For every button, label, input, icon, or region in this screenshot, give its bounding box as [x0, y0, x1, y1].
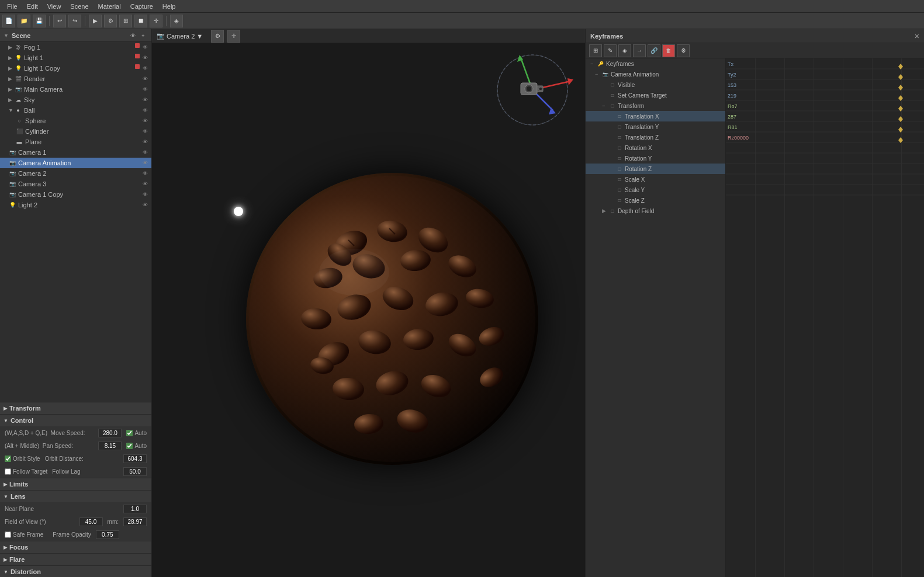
eye-icon[interactable]: 👁	[141, 138, 149, 146]
toolbar-btn-transform[interactable]: ✛	[150, 15, 162, 27]
scene-item-camera1[interactable]: 📷 Camera 1 👁	[0, 147, 151, 158]
scene-item-light2[interactable]: 💡 Light 2 👁	[0, 200, 151, 210]
kf-translationy[interactable]: □ Translation Y	[586, 121, 725, 132]
scene-header-add[interactable]: +	[139, 31, 148, 40]
svg-text:219: 219	[728, 93, 736, 99]
auto-check-pan[interactable]	[126, 443, 133, 449]
kf-scaley[interactable]: □ Scale Y	[586, 185, 725, 195]
eye-icon[interactable]: 👁	[141, 75, 149, 83]
menu-material[interactable]: Material	[94, 2, 126, 11]
toolbar-btn-settings[interactable]: ⚙	[104, 15, 117, 27]
menu-edit[interactable]: Edit	[22, 2, 43, 11]
orbit-distance-input[interactable]	[123, 454, 147, 463]
kf-scalex[interactable]: □ Scale X	[586, 174, 725, 185]
auto-check-move[interactable]	[126, 430, 133, 436]
scene-item-light1[interactable]: ▶ 💡 Light 1 👁	[0, 53, 151, 63]
kf-cameraanimation[interactable]: − 📷 Camera Animation	[586, 69, 725, 79]
scene-item-camera2[interactable]: 📷 Camera 2 👁	[0, 168, 151, 179]
kf-translationx[interactable]: □ Translation X	[586, 111, 725, 121]
eye-icon[interactable]: 👁	[141, 54, 149, 62]
scene-item-ball[interactable]: ▼ ● Ball 👁	[0, 105, 151, 116]
scene-header-eye[interactable]: 👁	[128, 31, 137, 40]
eye-icon[interactable]: 👁	[141, 190, 149, 199]
near-plane-input[interactable]	[123, 505, 147, 513]
scene-item-sphere[interactable]: ○ Sphere 👁	[0, 116, 151, 126]
eye-icon[interactable]: 👁	[141, 159, 149, 167]
mm-input[interactable]	[123, 517, 147, 526]
distortion-header[interactable]: ▼ Distortion	[0, 566, 151, 577]
menu-file[interactable]: File	[2, 2, 22, 11]
eye-icon[interactable]: 👁	[141, 180, 149, 188]
toolbar-btn-render[interactable]: ▶	[89, 15, 102, 27]
eye-icon[interactable]: 👁	[141, 127, 149, 135]
lens-header[interactable]: ▼ Lens	[0, 491, 151, 502]
eye-icon[interactable]: 👁	[141, 148, 149, 157]
scene-item-camera3[interactable]: 📷 Camera 3 👁	[0, 179, 151, 189]
kf-rotationx[interactable]: □ Rotation X	[586, 142, 725, 153]
frame-opacity-input[interactable]	[96, 530, 119, 539]
tl-btn-7[interactable]: ⚙	[677, 44, 690, 57]
scene-item-light1copy[interactable]: ▶ 💡 Light 1 Copy 👁	[0, 63, 151, 74]
move-speed-input[interactable]	[98, 429, 122, 437]
control-header[interactable]: ▼ Control	[0, 415, 151, 426]
menu-scene[interactable]: Scene	[65, 2, 93, 11]
eye-icon[interactable]: 👁	[141, 85, 149, 93]
toolbar-btn-grid[interactable]: ⊞	[119, 15, 132, 27]
timeline-close-btn[interactable]: ×	[915, 32, 919, 41]
menu-capture[interactable]: Capture	[126, 2, 158, 11]
eye-icon[interactable]: 👁	[141, 106, 149, 114]
eye-icon[interactable]: 👁	[141, 43, 149, 51]
kf-rotationy[interactable]: □ Rotation Y	[586, 153, 725, 164]
scene-item-sky[interactable]: ▶ ☁ Sky 👁	[0, 95, 151, 105]
scene-item-cylinder[interactable]: ⬛ Cylinder 👁	[0, 126, 151, 137]
eye-icon[interactable]: 👁	[141, 117, 149, 125]
menu-view[interactable]: View	[43, 2, 66, 11]
orbit-style-check[interactable]	[5, 456, 11, 462]
kf-translationz[interactable]: □ Translation Z	[586, 132, 725, 142]
toolbar-btn-save[interactable]: 💾	[33, 15, 46, 27]
camera-dropdown-arrow[interactable]: ▼	[196, 33, 203, 40]
fov-input[interactable]	[79, 517, 103, 526]
kf-transform[interactable]: − □ Transform	[586, 100, 725, 111]
flare-header[interactable]: ▶ Flare	[0, 554, 151, 565]
scene-item-camera1copy[interactable]: 📷 Camera 1 Copy 👁	[0, 189, 151, 200]
kf-dof[interactable]: ▶ □ Depth of Field	[586, 206, 725, 216]
scene-item-render[interactable]: ▶ 🎬 Render 👁	[0, 74, 151, 84]
eye-icon[interactable]: 👁	[141, 201, 149, 209]
kf-rotationz[interactable]: □ Rotation Z	[586, 164, 725, 174]
camera-viewport[interactable]	[152, 43, 585, 577]
viewport-settings-btn[interactable]: ⚙	[211, 30, 224, 43]
tl-btn-4[interactable]: →	[633, 44, 646, 57]
kf-visible[interactable]: □ Visible	[586, 79, 725, 90]
tl-btn-3[interactable]: ◈	[618, 44, 631, 57]
eye-icon[interactable]: 👁	[141, 64, 149, 72]
follow-target-check[interactable]	[5, 468, 11, 475]
kf-setcameratarget[interactable]: □ Set Camera Target	[586, 90, 725, 100]
scene-item-maincamera[interactable]: ▶ 📷 Main Camera 👁	[0, 84, 151, 95]
pan-speed-input[interactable]	[98, 442, 122, 450]
tl-btn-6[interactable]: 🗑	[662, 44, 675, 57]
toolbar-btn-mat[interactable]: ◈	[170, 15, 183, 27]
toolbar-btn-undo[interactable]: ↩	[53, 15, 66, 27]
toolbar-btn-new[interactable]: 📄	[2, 15, 15, 27]
viewport-cursor-btn[interactable]: ✛	[227, 30, 240, 43]
tl-btn-2[interactable]: ✎	[604, 44, 617, 57]
follow-lag-input[interactable]	[123, 467, 147, 476]
scene-item-fog1[interactable]: ▶ 🌫 Fog 1 👁	[0, 42, 151, 53]
tl-btn-1[interactable]: ⊞	[589, 44, 602, 57]
scene-item-plane[interactable]: ▬ Plane 👁	[0, 137, 151, 147]
kf-scalez[interactable]: □ Scale Z	[586, 195, 725, 206]
eye-icon[interactable]: 👁	[141, 169, 149, 178]
menu-help[interactable]: Help	[158, 2, 181, 11]
focus-header[interactable]: ▶ Focus	[0, 541, 151, 553]
toolbar-btn-snap[interactable]: 🔲	[134, 15, 147, 27]
safe-frame-check[interactable]	[5, 531, 11, 538]
limits-header[interactable]: ▶ Limits	[0, 478, 151, 490]
toolbar-btn-redo[interactable]: ↪	[68, 15, 81, 27]
transform-header[interactable]: ▶ Transform	[0, 402, 151, 414]
toolbar-btn-open[interactable]: 📁	[18, 15, 30, 27]
scene-item-cameraanimation[interactable]: 📷 Camera Animation 👁	[0, 158, 151, 168]
eye-icon[interactable]: 👁	[141, 96, 149, 104]
tl-btn-5[interactable]: 🔗	[648, 44, 660, 57]
kf-keyframes-root[interactable]: − 🔑 Keyframes	[586, 58, 725, 69]
